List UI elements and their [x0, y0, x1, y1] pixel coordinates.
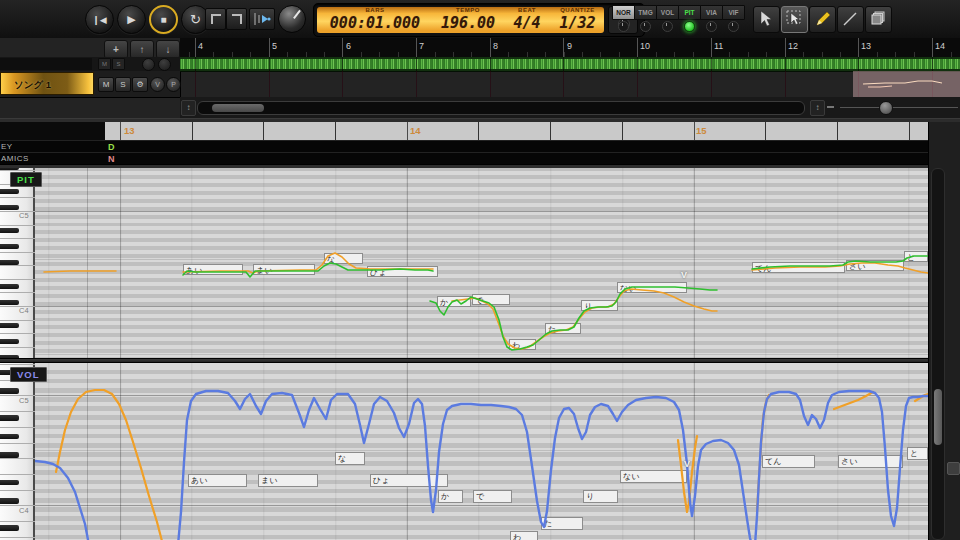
note-box[interactable]: ひょ	[367, 266, 438, 277]
note-box[interactable]: ない	[620, 470, 687, 483]
layers-tool-button[interactable]	[865, 6, 892, 33]
note-box[interactable]: で	[473, 490, 512, 503]
note-box[interactable]: か	[437, 296, 471, 307]
punch-in-button[interactable]	[205, 8, 226, 30]
note-box[interactable]: な	[324, 253, 363, 264]
track-row-audio[interactable]: M S	[0, 57, 180, 72]
bars-value[interactable]: 000:01.000	[317, 14, 433, 32]
pointer-tool-button[interactable]	[753, 6, 780, 33]
param-button-tmg[interactable]: TMG	[634, 5, 657, 20]
note-box[interactable]: ない	[617, 282, 687, 293]
note-box[interactable]: り	[581, 300, 618, 311]
note-box[interactable]: てん	[762, 455, 815, 468]
vertical-scrollbar[interactable]	[931, 168, 945, 540]
piano-key-black[interactable]	[0, 339, 19, 344]
quantize-snap-button[interactable]	[249, 8, 275, 30]
note-box[interactable]: た	[541, 517, 583, 530]
piano-key-black[interactable]	[0, 244, 19, 249]
quantize-value[interactable]: 1/32	[551, 14, 604, 32]
hscrollbar-thumb[interactable]	[212, 104, 264, 112]
piano-key-black[interactable]	[0, 323, 19, 328]
piano-key-black[interactable]	[0, 452, 19, 458]
song-track-name[interactable]: ソング 1	[0, 72, 94, 95]
zoom-slider-knob[interactable]	[879, 101, 893, 115]
param-knob-via[interactable]	[706, 21, 717, 32]
param-button-nor[interactable]: NOR	[612, 5, 635, 20]
hzoom-right-widget[interactable]: ↕	[810, 100, 825, 116]
song-solo-button[interactable]: S	[115, 77, 131, 92]
note-box[interactable]: あい	[183, 264, 243, 275]
piano-key-black[interactable]	[0, 434, 19, 440]
piano-key-black[interactable]	[0, 284, 19, 289]
song-mute-button[interactable]: M	[98, 77, 114, 92]
song-pan-button[interactable]: P	[166, 77, 181, 92]
zoom-minus[interactable]	[827, 106, 834, 108]
note-box[interactable]: あい	[188, 474, 247, 487]
punch-out-button[interactable]	[226, 8, 247, 30]
note-box[interactable]: さい	[846, 260, 904, 271]
piano-key-black[interactable]	[0, 260, 19, 265]
piano-key-black[interactable]	[0, 205, 19, 210]
zoom-slider-track[interactable]	[840, 107, 958, 108]
piano-key-black[interactable]	[0, 228, 19, 233]
song-settings-button[interactable]: ⚙	[132, 77, 148, 92]
note-box[interactable]: た	[545, 323, 581, 334]
pencil-tool-button[interactable]	[809, 6, 836, 33]
param-led-pit[interactable]	[684, 21, 695, 32]
note-box[interactable]: さい	[838, 455, 903, 468]
note-box[interactable]: か	[438, 490, 463, 503]
piano-keyboard[interactable]: C5C4	[0, 168, 35, 358]
stop-button[interactable]: ■	[149, 5, 178, 34]
note-box[interactable]: わ	[510, 531, 538, 540]
param-button-vol[interactable]: VOL	[656, 5, 679, 20]
param-button-vif[interactable]: VIF	[722, 5, 745, 20]
note-box[interactable]: と	[904, 251, 928, 262]
song-volume-button[interactable]: V	[150, 77, 165, 92]
vol-grid[interactable]: あいまいなひょかでわたりないてんさいと	[35, 363, 928, 540]
note-box[interactable]: てん	[752, 262, 845, 273]
vscrollbar-thumb[interactable]	[934, 389, 942, 445]
param-knob-vif[interactable]	[728, 21, 739, 32]
beat-value[interactable]: 4/4	[503, 14, 551, 32]
piano-key-black[interactable]	[0, 388, 19, 394]
param-knob-nor[interactable]	[618, 21, 629, 32]
play-button[interactable]: ▶	[117, 5, 146, 34]
param-button-pit[interactable]: PIT	[678, 5, 701, 20]
arrangement-ruler[interactable]: 4567891011121314	[180, 38, 960, 57]
piano-key-black[interactable]	[0, 415, 19, 421]
piano-key-black[interactable]	[0, 480, 19, 486]
pianoroll-ruler[interactable]: 131415	[0, 122, 928, 140]
piano-key-black[interactable]	[0, 189, 19, 194]
audio-solo-button[interactable]: S	[112, 58, 125, 70]
note-box[interactable]: まい	[253, 264, 315, 275]
box-select-tool-button[interactable]	[781, 6, 808, 33]
hzoom-left-widget[interactable]: ↕	[181, 100, 196, 116]
line-tool-button[interactable]	[837, 6, 864, 33]
piano-key-black[interactable]	[0, 525, 19, 531]
horizontal-scrollbar[interactable]	[197, 101, 805, 115]
note-box[interactable]: り	[583, 490, 618, 503]
audio-waveform-track[interactable]	[180, 57, 960, 72]
piano-key-black[interactable]	[0, 300, 19, 305]
tempo-knob[interactable]	[278, 5, 306, 33]
song-part-red[interactable]	[180, 71, 960, 97]
piano-keyboard[interactable]: C5C4	[0, 363, 35, 540]
track-row-song[interactable]: ソング 1 M S ⚙ V P	[0, 71, 180, 98]
audio-mute-button[interactable]: M	[98, 58, 111, 70]
audio-pan-knob[interactable]	[158, 58, 171, 71]
audio-volume-knob[interactable]	[142, 58, 155, 71]
note-box[interactable]: ひょ	[370, 474, 448, 487]
pit-grid[interactable]: あいまいなひょかでわたりないてんさいと	[35, 168, 928, 358]
note-box[interactable]: な	[335, 452, 365, 465]
param-knob-vol[interactable]	[662, 21, 673, 32]
piano-key-black[interactable]	[0, 498, 19, 504]
note-box[interactable]: で	[472, 294, 510, 305]
note-box[interactable]: まい	[258, 474, 318, 487]
note-box[interactable]: わ	[509, 339, 536, 350]
param-knob-tmg[interactable]	[640, 21, 651, 32]
note-box[interactable]: と	[907, 447, 928, 460]
vzoom-button[interactable]	[947, 462, 960, 475]
skip-to-start-button[interactable]: ❙◀	[85, 5, 114, 34]
tempo-value[interactable]: 196.00	[433, 14, 503, 32]
param-button-via[interactable]: VIA	[700, 5, 723, 20]
